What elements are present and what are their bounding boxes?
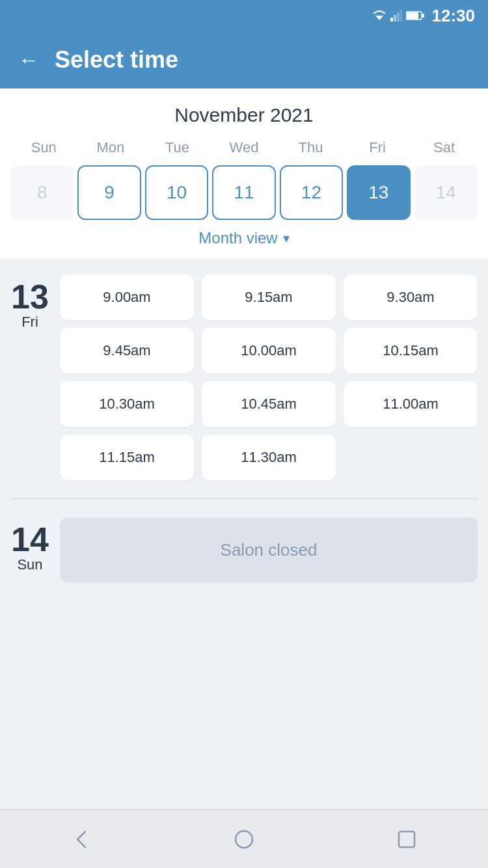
weekday-tue: Tue <box>144 137 211 159</box>
weekdays-row: Sun Mon Tue Wed Thu Fri Sat <box>10 137 478 159</box>
nav-home-button[interactable] <box>228 823 260 856</box>
day-14-block: 14 Sun Salon closed <box>10 517 478 582</box>
back-nav-icon <box>70 828 93 851</box>
day-13-number: 13 <box>11 280 49 314</box>
day-14[interactable]: 14 <box>414 165 478 220</box>
day-14-number: 14 <box>11 522 49 556</box>
svg-point-8 <box>236 831 252 848</box>
day-12[interactable]: 12 <box>280 165 343 220</box>
status-icons <box>372 10 424 21</box>
nav-back-button[interactable] <box>65 823 98 856</box>
slot-1000am[interactable]: 10.00am <box>202 328 336 373</box>
slot-1130am[interactable]: 11.30am <box>202 435 336 480</box>
status-time: 12:30 <box>432 6 476 26</box>
weekday-sun: Sun <box>10 137 77 159</box>
day-13[interactable]: 13 <box>347 165 410 220</box>
day-13-slots-grid: 9.00am 9.15am 9.30am 9.45am 10.00am 10.1… <box>60 275 478 480</box>
battery-icon <box>406 10 424 21</box>
nav-recent-button[interactable] <box>390 823 423 856</box>
signal-icon <box>390 10 402 21</box>
slot-915am[interactable]: 9.15am <box>202 275 336 320</box>
month-label: November 2021 <box>10 104 478 126</box>
slot-1115am[interactable]: 11.15am <box>60 435 194 480</box>
slot-945am[interactable]: 9.45am <box>60 328 194 373</box>
home-nav-icon <box>232 828 256 851</box>
weekday-thu: Thu <box>277 137 344 159</box>
day-13-name: Fri <box>21 314 38 331</box>
day-8[interactable]: 8 <box>10 165 74 220</box>
weekday-mon: Mon <box>77 137 144 159</box>
recent-nav-icon <box>395 828 418 851</box>
day-14-name: Sun <box>17 556 42 573</box>
svg-marker-0 <box>375 16 383 20</box>
day-9[interactable]: 9 <box>77 165 141 220</box>
slot-1030am[interactable]: 10.30am <box>60 381 194 427</box>
app-header: ← Select time <box>0 31 488 88</box>
salon-closed-message: Salon closed <box>221 540 318 560</box>
weekday-fri: Fri <box>344 137 411 159</box>
weekday-wed: Wed <box>211 137 278 159</box>
page-title: Select time <box>55 46 178 74</box>
svg-rect-4 <box>400 10 402 21</box>
day-14-label: 14 Sun <box>10 517 49 573</box>
weekday-sat: Sat <box>411 137 478 159</box>
month-view-toggle[interactable]: Month view ▾ <box>10 220 478 259</box>
back-button[interactable]: ← <box>18 48 39 72</box>
month-view-label: Month view <box>198 229 277 247</box>
chevron-down-icon: ▾ <box>283 230 290 246</box>
svg-rect-6 <box>407 12 418 19</box>
status-bar: 12:30 <box>0 0 488 31</box>
day-13-label: 13 Fri <box>10 275 49 480</box>
svg-rect-7 <box>422 14 424 18</box>
svg-rect-2 <box>394 15 396 21</box>
svg-rect-3 <box>397 12 400 21</box>
days-row: 8 9 10 11 12 13 14 <box>10 165 478 220</box>
bottom-nav <box>0 809 488 868</box>
slot-1100am[interactable]: 11.00am <box>344 381 478 427</box>
slot-900am[interactable]: 9.00am <box>60 275 194 320</box>
slot-1015am[interactable]: 10.15am <box>344 328 478 373</box>
day-13-block: 13 Fri 9.00am 9.15am 9.30am 9.45am 10.00… <box>10 275 478 480</box>
salon-closed-box: Salon closed <box>60 517 478 582</box>
svg-rect-9 <box>399 832 414 847</box>
day-11[interactable]: 11 <box>212 165 275 220</box>
day-10[interactable]: 10 <box>145 165 208 220</box>
svg-rect-1 <box>390 18 393 21</box>
day-divider <box>10 498 478 499</box>
slots-area: 13 Fri 9.00am 9.15am 9.30am 9.45am 10.00… <box>0 259 488 809</box>
wifi-icon <box>372 10 386 21</box>
calendar-section: November 2021 Sun Mon Tue Wed Thu Fri Sa… <box>0 88 488 259</box>
slot-1045am[interactable]: 10.45am <box>202 381 336 427</box>
slot-930am[interactable]: 9.30am <box>344 275 478 320</box>
